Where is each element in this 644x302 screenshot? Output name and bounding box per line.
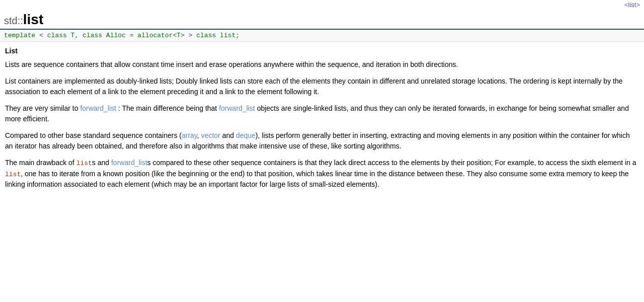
forward-list-link-2[interactable]: forward_list	[219, 104, 255, 112]
paragraph-drawback: The main drawback of lists and forward_l…	[5, 158, 639, 190]
drawback-mid2: s compared to these other sequence conta…	[147, 159, 636, 167]
para-fl-start: They are very similar to	[5, 104, 78, 112]
drawback-start: The main drawback of	[5, 159, 76, 167]
class-name: list	[23, 12, 43, 27]
template-text: template < class T, class Alloc = alloca…	[4, 32, 239, 39]
drawback-mid1: s and	[92, 159, 111, 167]
compare-start: Compared to other base standard sequence…	[5, 131, 182, 139]
paragraph-compare: Compared to other base standard sequence…	[5, 130, 639, 152]
section-title: List	[5, 46, 639, 56]
array-link[interactable]: array	[182, 131, 197, 139]
list-code-1: list	[76, 160, 92, 167]
namespace-prefix: std::	[4, 15, 23, 26]
compare-and: and	[220, 131, 236, 139]
page-heading: std::list	[4, 12, 640, 28]
paragraph-forward-list: They are very similar to forward_list : …	[5, 103, 639, 124]
template-declaration: template < class T, class Alloc = alloca…	[0, 30, 644, 42]
list-code-2: list	[5, 171, 21, 178]
forward-list-link-1[interactable]: forward_list	[80, 104, 116, 112]
paragraph-1: Lists are sequence containers that allow…	[5, 59, 639, 70]
forward-list-link-3[interactable]: forward_list	[111, 159, 147, 167]
para-fl-mid: : The main difference being that	[118, 104, 217, 112]
list-nav-link[interactable]: <list>	[624, 1, 640, 9]
top-navigation: <list>	[0, 0, 644, 10]
page-title-section: std::list	[0, 10, 644, 30]
vector-link[interactable]: vector	[201, 131, 220, 139]
deque-link[interactable]: deque	[236, 131, 256, 139]
main-content: List Lists are sequence containers that …	[0, 42, 644, 200]
compare-comma1: ,	[197, 131, 201, 139]
drawback-mid3: , one has to iterate from a known positi…	[5, 170, 629, 189]
paragraph-2: List containers are implemented as doubl…	[5, 76, 639, 97]
